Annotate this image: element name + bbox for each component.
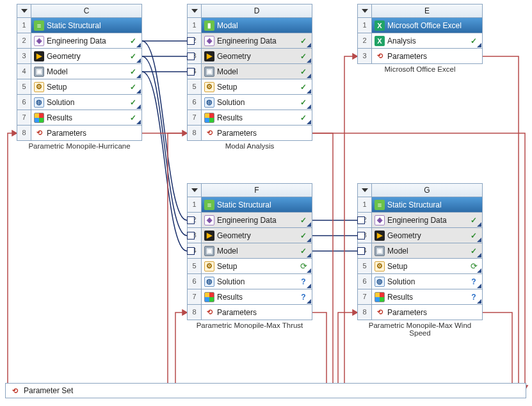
- row-cell[interactable]: ◈Engineering Data✓: [202, 33, 312, 49]
- system-row[interactable]: 2◈Engineering Data✓: [17, 33, 142, 49]
- context-corner-icon[interactable]: [477, 284, 481, 288]
- row-cell[interactable]: Results✓: [202, 110, 312, 126]
- system-row[interactable]: 6◍Solution?: [357, 274, 483, 289]
- system-row[interactable]: 8⟲Parameters: [357, 305, 483, 320]
- row-cell[interactable]: ⟲Parameters: [372, 49, 483, 64]
- system-row[interactable]: 3▶Geometry✓: [187, 49, 312, 64]
- system-menu-button[interactable]: [17, 4, 31, 17]
- row-cell[interactable]: ⟲Parameters: [202, 126, 312, 141]
- row-cell[interactable]: ▮Modal: [202, 18, 312, 33]
- context-corner-icon[interactable]: [307, 58, 311, 63]
- system-row[interactable]: 2◈Engineering Data✓: [187, 213, 312, 228]
- context-corner-icon[interactable]: [136, 104, 141, 109]
- system-row[interactable]: 5⚙Setup⟳: [187, 259, 312, 274]
- row-cell[interactable]: XMicrosoft Office Excel: [372, 18, 483, 33]
- context-corner-icon[interactable]: [136, 89, 141, 93]
- row-cell[interactable]: ▣Model✓: [31, 64, 142, 79]
- row-cell[interactable]: ▣Model✓: [202, 64, 312, 79]
- system-row[interactable]: 1≡Static Structural: [357, 197, 483, 213]
- context-corner-icon[interactable]: [477, 222, 481, 227]
- system-row[interactable]: 2XAnalysis✓: [357, 33, 483, 49]
- system-row[interactable]: 5⚙Setup✓: [17, 79, 142, 95]
- system-row[interactable]: 7Results✓: [187, 110, 312, 126]
- row-cell[interactable]: ◍Solution✓: [31, 95, 142, 110]
- context-corner-icon[interactable]: [477, 299, 481, 304]
- system-row[interactable]: 4▣Model✓: [187, 243, 312, 259]
- system-row[interactable]: 2◈Engineering Data✓: [357, 213, 483, 228]
- system-row[interactable]: 5⚙Setup⟳: [357, 259, 483, 274]
- row-cell[interactable]: ≡Static Structural: [202, 197, 312, 213]
- row-cell[interactable]: ⚙Setup⟳: [202, 259, 312, 274]
- system-menu-button[interactable]: [358, 4, 372, 17]
- context-corner-icon[interactable]: [477, 268, 481, 273]
- row-cell[interactable]: ▣Model✓: [372, 243, 483, 259]
- context-corner-icon[interactable]: [136, 58, 141, 63]
- row-cell[interactable]: Results?: [202, 289, 312, 305]
- system-header[interactable]: E: [357, 4, 483, 18]
- row-cell[interactable]: ◈Engineering Data✓: [372, 213, 483, 228]
- system-row[interactable]: 3▶Geometry✓: [357, 228, 483, 243]
- system-row[interactable]: 4▣Model✓: [187, 64, 312, 79]
- context-corner-icon[interactable]: [307, 120, 311, 124]
- context-corner-icon[interactable]: [307, 104, 311, 109]
- row-cell[interactable]: Results✓: [31, 110, 142, 126]
- system-row[interactable]: 1XMicrosoft Office Excel: [357, 18, 483, 33]
- row-cell[interactable]: ▣Model✓: [202, 243, 312, 259]
- system-row[interactable]: 3▶Geometry✓: [187, 228, 312, 243]
- row-cell[interactable]: ◍Solution?: [372, 274, 483, 289]
- row-cell[interactable]: ⚙Setup⟳: [372, 259, 483, 274]
- row-cell[interactable]: ⟲Parameters: [202, 305, 312, 320]
- context-corner-icon[interactable]: [477, 43, 481, 47]
- row-cell[interactable]: ▶Geometry✓: [372, 228, 483, 243]
- context-corner-icon[interactable]: [307, 89, 311, 93]
- context-corner-icon[interactable]: [307, 43, 311, 47]
- context-corner-icon[interactable]: [307, 284, 311, 288]
- system-row[interactable]: 3⟲Parameters: [357, 49, 483, 64]
- row-cell[interactable]: Results?: [372, 289, 483, 305]
- row-cell[interactable]: ◈Engineering Data✓: [202, 213, 312, 228]
- system-row[interactable]: 1≡Static Structural: [187, 197, 312, 213]
- parameter-set-bar[interactable]: ⟲ Parameter Set: [5, 383, 526, 398]
- system-row[interactable]: 6◍Solution?: [187, 274, 312, 289]
- row-cell[interactable]: XAnalysis✓: [372, 33, 483, 49]
- context-corner-icon[interactable]: [307, 268, 311, 273]
- context-corner-icon[interactable]: [477, 238, 481, 242]
- context-corner-icon[interactable]: [136, 43, 141, 47]
- row-cell[interactable]: ≡Static Structural: [31, 18, 142, 33]
- system-menu-button[interactable]: [358, 184, 372, 197]
- system-row[interactable]: 8⟲Parameters: [187, 126, 312, 141]
- row-cell[interactable]: ◈Engineering Data✓: [31, 33, 142, 49]
- context-corner-icon[interactable]: [136, 74, 141, 78]
- system-row[interactable]: 6◍Solution✓: [17, 95, 142, 110]
- system-row[interactable]: 5⚙Setup✓: [187, 79, 312, 95]
- system-row[interactable]: 2◈Engineering Data✓: [187, 33, 312, 49]
- system-row[interactable]: 8⟲Parameters: [187, 305, 312, 320]
- system-row[interactable]: 4▣Model✓: [17, 64, 142, 79]
- row-cell[interactable]: ▶Geometry✓: [31, 49, 142, 64]
- system-row[interactable]: 3▶Geometry✓: [17, 49, 142, 64]
- row-cell[interactable]: ⚙Setup✓: [202, 79, 312, 95]
- system-menu-button[interactable]: [188, 184, 202, 197]
- context-corner-icon[interactable]: [307, 238, 311, 242]
- row-cell[interactable]: ◍Solution?: [202, 274, 312, 289]
- context-corner-icon[interactable]: [477, 253, 481, 257]
- system-row[interactable]: 4▣Model✓: [357, 243, 483, 259]
- system-menu-button[interactable]: [188, 4, 202, 17]
- system-row[interactable]: 1≡Static Structural: [17, 18, 142, 33]
- row-cell[interactable]: ⚙Setup✓: [31, 79, 142, 95]
- system-row[interactable]: 1▮Modal: [187, 18, 312, 33]
- context-corner-icon[interactable]: [307, 222, 311, 227]
- context-corner-icon[interactable]: [307, 299, 311, 304]
- row-cell[interactable]: ⟲Parameters: [372, 305, 483, 320]
- system-header[interactable]: C: [17, 4, 142, 18]
- system-header[interactable]: D: [187, 4, 312, 18]
- row-cell[interactable]: ⟲Parameters: [31, 126, 142, 141]
- context-corner-icon[interactable]: [307, 253, 311, 257]
- system-row[interactable]: 6◍Solution✓: [187, 95, 312, 110]
- system-row[interactable]: 7Results?: [187, 289, 312, 305]
- system-row[interactable]: 7Results✓: [17, 110, 142, 126]
- system-row[interactable]: 7Results?: [357, 289, 483, 305]
- system-header[interactable]: G: [357, 183, 483, 197]
- row-cell[interactable]: ▶Geometry✓: [202, 228, 312, 243]
- system-row[interactable]: 8⟲Parameters: [17, 126, 142, 141]
